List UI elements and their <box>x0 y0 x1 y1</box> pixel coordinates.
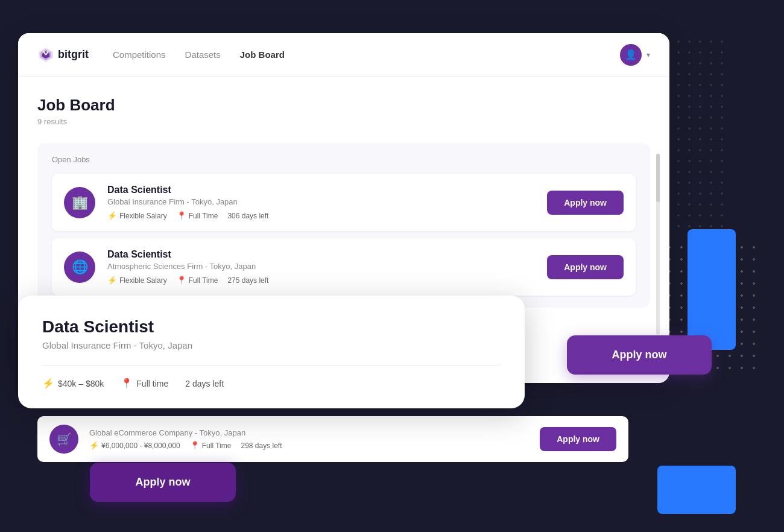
avatar[interactable]: 👤 <box>620 44 642 66</box>
apply-button-3[interactable]: Apply now <box>540 427 616 451</box>
lightning-icon-3: ⚡ <box>89 441 99 450</box>
work-type-label: Full Time <box>189 212 218 220</box>
blue-accent-right <box>688 229 736 350</box>
job-tags: ⚡ Flexible Salary 📍 Full Time 306 days l… <box>107 211 547 220</box>
job-item-partial: 🛒 Global eCommerce Company - Tokyo, Japa… <box>37 416 628 462</box>
detail-salary: $40k – $80k <box>58 379 104 388</box>
nav-datasets[interactable]: Datasets <box>185 49 221 60</box>
detail-days-left-tag: 2 days left <box>185 379 224 388</box>
scrollbar-track[interactable] <box>656 154 660 335</box>
cart-icon: 🛒 <box>57 432 72 446</box>
page-title: Job Board <box>37 96 650 115</box>
detail-card: Data Scientist Global Insurance Firm - T… <box>18 296 525 408</box>
salary-label-2: Flexible Salary <box>119 276 167 285</box>
detail-company: Global Insurance Firm - Tokyo, Japan <box>42 340 501 350</box>
detail-salary-tag: ⚡ $40k – $80k <box>42 378 104 389</box>
detail-days-left: 2 days left <box>185 379 224 388</box>
days-left-tag-2: 275 days left <box>227 276 268 285</box>
results-count: 9 results <box>37 117 650 126</box>
job-company-2: Atmospheric Sciences Firm - Tokyo, Japan <box>107 262 547 271</box>
chevron-down-icon[interactable]: ▾ <box>646 51 650 59</box>
apply-button-big[interactable]: Apply now <box>567 335 712 375</box>
location-icon-2: 📍 <box>177 276 186 285</box>
job-icon-wrap-3: 🛒 <box>49 425 78 454</box>
salary-label-3: ¥6,000,000 - ¥8,000,000 <box>101 442 180 450</box>
nav-competitions[interactable]: Competitions <box>113 49 166 60</box>
salary-tag: ⚡ Flexible Salary <box>107 211 167 220</box>
scrollbar-thumb[interactable] <box>656 154 660 202</box>
lightning-icon: ⚡ <box>107 211 117 220</box>
logo[interactable]: bitgrit <box>37 46 89 63</box>
location-icon: 📍 <box>177 211 186 220</box>
location-icon-3: 📍 <box>190 441 200 450</box>
job-item: 🏢 Data Scientist Global Insurance Firm -… <box>52 174 636 231</box>
job-title-2: Data Scientist <box>107 249 547 260</box>
logo-icon <box>37 46 54 63</box>
apply-button-1[interactable]: Apply now <box>547 191 624 215</box>
lightning-icon-detail: ⚡ <box>42 378 54 389</box>
logo-text: bitgrit <box>58 48 89 61</box>
work-type-label-3: Full Time <box>202 442 232 450</box>
job-company-3: Global eCommerce Company - Tokyo, Japan <box>89 428 540 437</box>
nav-job-board[interactable]: Job Board <box>240 49 285 60</box>
job-icon-wrap: 🏢 <box>64 187 95 218</box>
job-item: 🌐 Data Scientist Atmospheric Sciences Fi… <box>52 238 636 296</box>
detail-title: Data Scientist <box>42 317 501 337</box>
building-icon: 🏢 <box>72 195 88 211</box>
avatar-icon: 👤 <box>625 49 637 60</box>
days-left-tag: 306 days left <box>227 212 268 220</box>
apply-button-bottom-left[interactable]: Apply now <box>90 463 236 502</box>
days-left-tag-3: 298 days left <box>241 442 282 450</box>
job-board-content: Job Board 9 results Open Jobs 🏢 Data Sci… <box>18 77 669 322</box>
job-info-2: Data Scientist Atmospheric Sciences Firm… <box>107 249 547 285</box>
lightning-icon-2: ⚡ <box>107 276 117 285</box>
job-company: Global Insurance Firm - Tokyo, Japan <box>107 197 547 206</box>
location-icon-detail: 📍 <box>121 378 133 389</box>
open-jobs-section: Open Jobs 🏢 Data Scientist Global Insura… <box>37 143 650 308</box>
nav-right: 👤 ▾ <box>620 44 650 66</box>
section-label: Open Jobs <box>52 155 636 164</box>
work-type-tag-3: 📍 Full Time <box>190 441 232 450</box>
job-tags-2: ⚡ Flexible Salary 📍 Full Time 275 days l… <box>107 276 547 285</box>
days-left-label: 306 days left <box>227 212 268 220</box>
salary-tag-2: ⚡ Flexible Salary <box>107 276 167 285</box>
work-type-tag-2: 📍 Full Time <box>177 276 218 285</box>
detail-work-type: Full time <box>136 379 168 388</box>
work-type-tag: 📍 Full Time <box>177 211 218 220</box>
job-info-3: Global eCommerce Company - Tokyo, Japan … <box>89 428 540 450</box>
job-tags-3: ⚡ ¥6,000,000 - ¥8,000,000 📍 Full Time 29… <box>89 441 540 450</box>
apply-button-2[interactable]: Apply now <box>547 255 624 279</box>
blue-accent-bottom <box>657 466 736 514</box>
globe-icon: 🌐 <box>72 259 88 275</box>
detail-tags: ⚡ $40k – $80k 📍 Full time 2 days left <box>42 378 501 389</box>
job-info: Data Scientist Global Insurance Firm - T… <box>107 185 547 220</box>
detail-divider <box>42 365 501 366</box>
work-type-label-2: Full Time <box>189 276 218 285</box>
job-title: Data Scientist <box>107 185 547 195</box>
detail-work-type-tag: 📍 Full time <box>121 378 168 389</box>
days-left-label-3: 298 days left <box>241 442 282 450</box>
salary-tag-3: ⚡ ¥6,000,000 - ¥8,000,000 <box>89 441 180 450</box>
days-left-label-2: 275 days left <box>227 276 268 285</box>
nav-links: Competitions Datasets Job Board <box>113 49 620 60</box>
navbar: bitgrit Competitions Datasets Job Board … <box>18 33 669 77</box>
job-icon-wrap-2: 🌐 <box>64 252 95 283</box>
salary-label: Flexible Salary <box>119 212 167 220</box>
